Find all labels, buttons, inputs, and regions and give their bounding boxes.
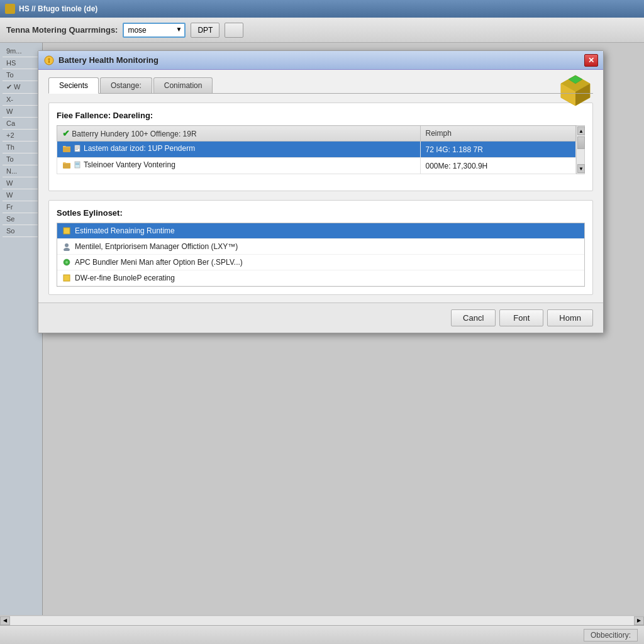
cancel-button[interactable]: Cancl: [451, 309, 496, 326]
svg-point-18: [65, 243, 69, 247]
folder-icon: [62, 144, 71, 153]
dialog: Battery Health Monitoring ✕ Secients: [38, 50, 604, 333]
tabs-container: Secients Ostange: Conimation: [48, 77, 593, 94]
scroll-right-btn[interactable]: ▶: [634, 616, 644, 625]
sidebar-item[interactable]: Fr: [3, 201, 40, 213]
sidebar-item[interactable]: X-: [3, 94, 40, 106]
section1-label: Fiee Fallence: Deareling:: [57, 111, 585, 120]
svg-rect-13: [63, 163, 70, 169]
svg-rect-2: [48, 60, 50, 63]
list-item-label: DW-er-fine BunoleP ecerating: [75, 274, 175, 282]
scroll-left-btn[interactable]: ◀: [0, 616, 10, 625]
dialog-footer: Cancl Font Homn: [38, 303, 603, 333]
sidebar-item[interactable]: W: [3, 177, 40, 189]
list-item-label: APC Bundler Meni Man after Option Ber (.…: [75, 258, 243, 267]
svg-rect-22: [64, 275, 70, 281]
dialog-close-button[interactable]: ✕: [584, 54, 598, 67]
scroll-down-btn[interactable]: ▼: [577, 164, 585, 173]
table-scrollbar[interactable]: ▲ ▼: [576, 125, 585, 174]
os-title: HS // Bfugo tinole (de): [19, 4, 97, 13]
tab-secients[interactable]: Secients: [48, 77, 99, 94]
table-row[interactable]: Tsleinoer Vantery Vontering 000Me: 17,30…: [57, 158, 576, 174]
sidebar-item[interactable]: W: [3, 189, 40, 201]
sidebar-item[interactable]: To: [3, 153, 40, 165]
toolbar-label: Tenna Motering Quarrmings:: [6, 25, 118, 35]
svg-rect-15: [75, 163, 79, 164]
file-icon: [74, 145, 81, 152]
sidebar-item[interactable]: ✔ W: [3, 81, 40, 94]
dpt-button[interactable]: DPT: [191, 23, 219, 38]
home-button[interactable]: Homn: [547, 309, 593, 326]
table-row[interactable]: Lastem datar izod: 1UP Penderm 72 I4G: 1…: [57, 142, 576, 158]
scroll-thumb[interactable]: [577, 136, 585, 149]
horizontal-scrollbar[interactable]: ◀ ▶: [0, 615, 644, 625]
check-icon: ✔: [62, 128, 70, 138]
sidebar-item[interactable]: 9m...: [3, 45, 40, 57]
sidebar-item[interactable]: HS: [3, 57, 40, 69]
sidebar-item[interactable]: N...: [3, 165, 40, 177]
section2-label: Sotles Eylinoset:: [57, 208, 585, 218]
os-titlebar: HS // Bfugo tinole (de): [0, 0, 644, 18]
tab-ostange[interactable]: Ostange:: [100, 77, 152, 93]
dialog-icon: [43, 55, 55, 66]
sidebar-item[interactable]: So: [3, 225, 40, 237]
scroll-up-btn[interactable]: ▲: [577, 126, 585, 135]
dropdown-arrow-icon: ▼: [176, 26, 182, 33]
sidebar-item[interactable]: W: [3, 106, 40, 118]
os-titlebar-icon: [5, 4, 15, 14]
table-cell-label: Lastem datar izod: 1UP Penderm: [57, 142, 421, 158]
sidebar-item[interactable]: To: [3, 69, 40, 81]
dropdown-value: mose: [128, 26, 146, 35]
list-item-label: Mentilel, Entpriorisem Manager Offiction…: [75, 242, 238, 251]
section2-panel: Sotles Eylinoset: Estimated Renaining Ru…: [48, 200, 593, 295]
person-icon: [62, 242, 71, 251]
svg-point-1: [48, 58, 50, 60]
font-button[interactable]: Font: [499, 309, 543, 326]
data-table: ✔ Batterry Hundery 100+ Offienge: 19R Re…: [57, 125, 576, 174]
svg-rect-12: [75, 149, 78, 150]
file2-icon: [74, 161, 81, 169]
status-label: Obbecitiory:: [584, 629, 638, 641]
list-item[interactable]: Estimated Renaining Runtime: [57, 223, 584, 239]
table-row2-value: 000Me: 17,300.9H: [420, 158, 576, 174]
list-item[interactable]: APC Bundler Meni Man after Option Ber (.…: [57, 255, 584, 270]
table-col1-header: Batterry Hundery 100+ Offienge: 19R: [72, 130, 196, 138]
dialog-content: Secients Ostange: Conimation Fiee Fallen…: [48, 77, 593, 295]
dialog-titlebar: Battery Health Monitoring ✕: [38, 51, 603, 70]
sidebar-item[interactable]: Se: [3, 213, 40, 225]
sidebar-panel: 9m... HS To ✔ W X- W Ca +2 Th To N... W …: [0, 43, 43, 615]
scroll-track[interactable]: [10, 616, 634, 625]
row-icon-container: Tsleinoer Vantery Vontering: [62, 160, 175, 169]
svg-point-19: [64, 248, 70, 251]
table-wrapper: ✔ Batterry Hundery 100+ Offienge: 19R Re…: [57, 125, 585, 174]
scroll-track-area: [577, 150, 584, 164]
items-list: Estimated Renaining Runtime Mentilel, En…: [57, 223, 585, 287]
sidebar-item[interactable]: Ca: [3, 118, 40, 130]
svg-rect-8: [63, 147, 70, 152]
svg-rect-11: [75, 148, 79, 148]
extra-button[interactable]: [225, 23, 243, 38]
sidebar-item[interactable]: +2: [3, 130, 40, 142]
svg-rect-16: [75, 164, 79, 165]
table-cell-label: Tsleinoer Vantery Vontering: [57, 158, 421, 174]
list-item[interactable]: DW-er-fine BunoleP ecerating: [57, 270, 584, 286]
svg-point-21: [65, 261, 68, 264]
sidebar-items: 9m... HS To ✔ W X- W Ca +2 Th To N... W …: [0, 43, 42, 240]
status-bar: Obbecitiory:: [0, 625, 644, 644]
table-header-reimph: Reimph: [420, 126, 576, 142]
list-item-label: Estimated Renaining Runtime: [75, 226, 175, 235]
list-item[interactable]: Mentilel, Entpriorisem Manager Offiction…: [57, 239, 584, 255]
svg-rect-10: [75, 147, 79, 147]
svg-rect-17: [64, 228, 70, 234]
row-icon-container: Lastem datar izod: 1UP Penderm: [62, 144, 195, 153]
folder2-icon: [62, 160, 71, 169]
tab-conimation[interactable]: Conimation: [153, 77, 213, 93]
dialog-body: Secients Ostange: Conimation Fiee Fallen…: [38, 70, 603, 303]
sidebar-item[interactable]: Th: [3, 142, 40, 153]
toolbar-dropdown[interactable]: mose ▼: [123, 23, 186, 38]
circle-green-icon: [62, 258, 71, 267]
section1-panel: Fiee Fallence: Deareling: ✔ Batterry Hun…: [48, 103, 593, 191]
table-row1-value: 72 I4G: 1.188 7R: [420, 142, 576, 158]
square-yellow2-icon: [62, 274, 71, 282]
square-yellow-icon: [62, 226, 71, 235]
